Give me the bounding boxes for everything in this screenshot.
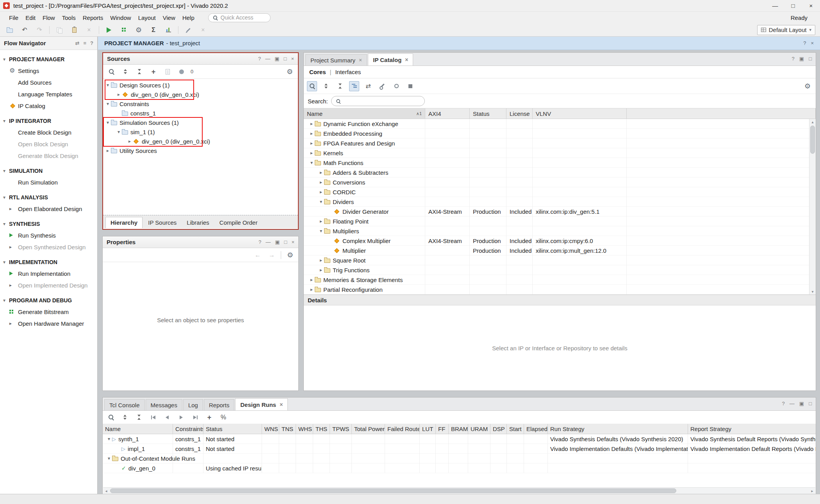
nav-item-run-simulation[interactable]: Run Simulation bbox=[0, 176, 97, 188]
help-icon[interactable]: ? bbox=[90, 40, 93, 46]
help-icon[interactable]: ? bbox=[782, 401, 785, 406]
delete-icon[interactable]: × bbox=[84, 25, 94, 35]
maximize-icon[interactable]: □ bbox=[809, 56, 812, 62]
column-header-total-power[interactable]: Total Power bbox=[352, 424, 385, 434]
cancel-icon[interactable]: × bbox=[198, 25, 208, 35]
maximize-icon[interactable]: □ bbox=[284, 239, 287, 245]
tree-row-constraints[interactable]: ▾Constraints bbox=[103, 99, 298, 108]
sum-reports-icon[interactable]: Σ bbox=[148, 25, 159, 35]
open-project-icon[interactable] bbox=[5, 25, 15, 35]
nav-item-generate-block-design[interactable]: Generate Block Design bbox=[0, 150, 97, 161]
chevron-right-icon[interactable]: ▸ bbox=[318, 257, 324, 263]
chart-icon[interactable] bbox=[163, 25, 173, 35]
expand-all-icon[interactable] bbox=[335, 81, 345, 91]
column-header-name[interactable]: Name∧1 bbox=[304, 108, 425, 119]
column-header-run-strategy[interactable]: Run Strategy bbox=[548, 424, 688, 434]
horizontal-scrollbar[interactable]: ◂ ▸ bbox=[103, 487, 815, 494]
nav-item-run-synthesis[interactable]: Run Synthesis bbox=[0, 229, 97, 241]
nav-item-generate-bitstream[interactable]: Generate Bitstream bbox=[0, 306, 97, 318]
skip-forward-icon[interactable] bbox=[190, 412, 200, 422]
column-header-status[interactable]: Status bbox=[470, 108, 506, 119]
chevron-right-icon[interactable]: ▸ bbox=[308, 121, 315, 126]
chevron-down-icon[interactable]: ▾ bbox=[308, 160, 315, 165]
tab-design-runs[interactable]: Design Runs× bbox=[235, 398, 288, 410]
float-icon[interactable]: ▣ bbox=[799, 401, 804, 406]
column-header-report-strategy[interactable]: Report Strategy bbox=[688, 424, 816, 434]
minimize-icon[interactable]: — bbox=[265, 56, 270, 62]
column-header-vlnv[interactable]: VLNV bbox=[533, 108, 627, 119]
quick-access[interactable] bbox=[208, 13, 271, 22]
column-header-tpws[interactable]: TPWS bbox=[330, 424, 352, 434]
chevron-right-icon[interactable]: ▸ bbox=[318, 189, 324, 195]
nav-item-open-hardware-manager[interactable]: ▸Open Hardware Manager bbox=[0, 318, 97, 329]
ip-row-partial-reconfiguration[interactable]: ▸Partial Reconfiguration bbox=[304, 285, 816, 295]
scrollbar-thumb[interactable] bbox=[810, 126, 815, 154]
ip-row-square-root[interactable]: ▸Square Root bbox=[304, 256, 816, 265]
ip-row-math-functions[interactable]: ▾Math Functions bbox=[304, 158, 816, 168]
nav-item-open-elaborated-design[interactable]: ▸Open Elaborated Design bbox=[0, 203, 97, 215]
float-icon[interactable]: ▣ bbox=[275, 239, 280, 245]
nav-section-header-simulation[interactable]: ▾SIMULATION bbox=[0, 165, 97, 176]
ip-row-dividers[interactable]: ▾Dividers bbox=[304, 197, 816, 207]
chevron-right-icon[interactable]: ▸ bbox=[308, 140, 315, 146]
nav-item-open-synthesized-design[interactable]: ▸Open Synthesized Design bbox=[0, 241, 97, 253]
menu-reports[interactable]: Reports bbox=[79, 13, 107, 23]
minimize-icon[interactable]: — bbox=[790, 401, 795, 406]
ip-row-multiplier[interactable]: MultiplierProductionIncludedxilinx.com:i… bbox=[304, 246, 816, 256]
maximize-button[interactable]: □ bbox=[784, 0, 802, 12]
settings-gear-icon[interactable]: ⚙ bbox=[134, 25, 144, 35]
ip-row-divider-generator[interactable]: Divider GeneratorAXI4-StreamProductionIn… bbox=[304, 207, 816, 217]
nav-section-header-implementation[interactable]: ▾IMPLEMENTATION bbox=[0, 257, 97, 268]
chevron-down-icon[interactable]: ▾ bbox=[318, 228, 324, 234]
nav-item-add-sources[interactable]: Add Sources bbox=[0, 76, 97, 88]
column-header-name[interactable]: Name bbox=[103, 424, 173, 434]
tree-row-div-gen-0-div-gen-0-xci[interactable]: ▸div_gen_0 (div_gen_0.xci) bbox=[103, 137, 298, 146]
ip-row-complex-multiplier[interactable]: Complex MultiplierAXI4-StreamProductionI… bbox=[304, 236, 816, 246]
sources-tab-libraries[interactable]: Libraries bbox=[182, 217, 214, 228]
float-icon[interactable]: ▣ bbox=[275, 56, 279, 62]
chevron-down-icon[interactable]: ▾ bbox=[106, 456, 112, 461]
quick-access-input[interactable] bbox=[221, 14, 264, 21]
float-icon[interactable]: ▣ bbox=[799, 56, 804, 62]
menu-layout[interactable]: Layout bbox=[135, 13, 159, 23]
nav-item-settings[interactable]: ⚙Settings bbox=[0, 65, 97, 76]
launch-runs-icon[interactable] bbox=[176, 412, 186, 422]
tree-row-sim-1-1[interactable]: ▾sim_1 (1) bbox=[103, 127, 298, 137]
step-back-icon[interactable] bbox=[162, 412, 172, 422]
stop-icon[interactable] bbox=[405, 81, 415, 91]
maximize-icon[interactable]: □ bbox=[809, 401, 812, 406]
chevron-right-icon[interactable]: ▸ bbox=[308, 131, 315, 136]
column-header-dsp[interactable]: DSP bbox=[490, 424, 507, 434]
column-header-elapsed[interactable]: Elapsed bbox=[524, 424, 548, 434]
tab-messages[interactable]: Messages bbox=[146, 399, 182, 410]
ip-row-conversions[interactable]: ▸Conversions bbox=[304, 177, 816, 187]
minimize-button[interactable]: — bbox=[766, 0, 784, 12]
chevron-down-icon[interactable]: ▾ bbox=[106, 436, 112, 442]
menu-window[interactable]: Window bbox=[107, 13, 134, 23]
run-row-div-gen-0[interactable]: ✓div_gen_0Using cached IP results bbox=[103, 463, 816, 473]
close-icon[interactable]: × bbox=[405, 57, 408, 63]
nav-section-header-rtl-analysis[interactable]: ▾RTL ANALYSIS bbox=[0, 192, 97, 203]
column-header-bram[interactable]: BRAM bbox=[449, 424, 468, 434]
expand-all-icon[interactable] bbox=[134, 67, 144, 77]
nav-section-header-synthesis[interactable]: ▾SYNTHESIS bbox=[0, 218, 97, 229]
settings-gear-icon[interactable]: ⚙ bbox=[802, 81, 813, 91]
chevron-down-icon[interactable]: ▾ bbox=[116, 129, 122, 135]
sources-tab-compile-order[interactable]: Compile Order bbox=[215, 217, 262, 228]
ip-search-box[interactable] bbox=[331, 96, 425, 106]
ip-row-multipliers[interactable]: ▾Multipliers bbox=[304, 226, 816, 236]
ip-row-trig-functions[interactable]: ▸Trig Functions bbox=[304, 265, 816, 275]
help-icon[interactable]: ? bbox=[792, 56, 795, 62]
close-icon[interactable]: × bbox=[359, 57, 362, 63]
chevron-down-icon[interactable]: ▾ bbox=[105, 101, 111, 106]
menu-icon[interactable]: ≡ bbox=[83, 40, 86, 46]
help-icon[interactable]: ? bbox=[258, 56, 261, 62]
chevron-right-icon[interactable]: ▸ bbox=[127, 138, 133, 144]
run-icon[interactable] bbox=[104, 25, 114, 35]
chevron-right-icon[interactable]: ▸ bbox=[318, 179, 324, 185]
chevron-down-icon[interactable]: ▾ bbox=[105, 82, 111, 88]
column-header-license[interactable]: License bbox=[506, 108, 533, 119]
tree-row-utility-sources[interactable]: ▸Utility Sources bbox=[103, 146, 298, 155]
chevron-down-icon[interactable]: ▾ bbox=[318, 199, 324, 204]
ip-subtab-cores[interactable]: Cores bbox=[309, 69, 326, 75]
